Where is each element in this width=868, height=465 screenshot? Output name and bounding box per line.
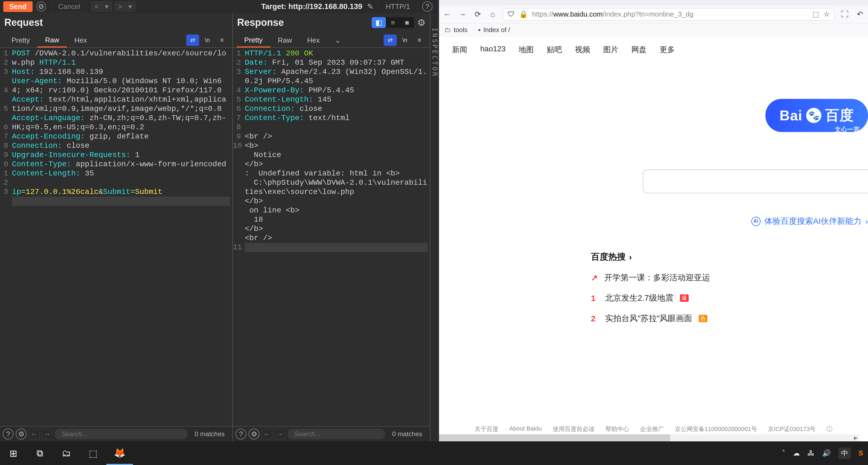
newline-toggle-icon[interactable]: \n <box>398 34 411 46</box>
hamburger-icon[interactable]: ≡ <box>215 34 228 46</box>
home-button[interactable]: ⌂ <box>488 10 498 19</box>
tab-raw[interactable]: Raw <box>270 33 300 47</box>
footer-terms[interactable]: 使用百度前必读 <box>553 425 594 433</box>
hot-item-top[interactable]: ↗开学第一课：多彩活动迎亚运 <box>591 272 710 283</box>
response-editor[interactable]: 1 2 3 4 5 6 7 8 9 10 11 HTTP/1.1 200 OK … <box>233 48 430 426</box>
response-source[interactable]: HTTP/1.1 200 OK Date: Fri, 01 Sep 2023 0… <box>243 48 430 426</box>
burp-toolbar: Send ⚙ Cancel < ▾ > ▾ Target: http://192… <box>0 0 439 13</box>
start-button[interactable]: ⊞ <box>0 441 27 465</box>
inspector-label[interactable]: INSPECTOR <box>431 28 438 78</box>
footer-about-en[interactable]: About Baidu <box>509 425 542 433</box>
undo-icon[interactable]: ↶ <box>855 10 865 19</box>
address-bar[interactable]: 🛡 🔒 https://www.baidu.com/index.php?tn=m… <box>503 8 834 21</box>
scroll-right-button[interactable]: ▶ <box>854 435 858 441</box>
cancel-button[interactable]: Cancel <box>52 1 87 12</box>
firefox-button[interactable]: 🦊 <box>106 441 133 465</box>
volume-icon[interactable]: 🔊 <box>822 449 831 457</box>
baidu-nav: 新闻 hao123 地图 贴吧 视频 图片 网盘 更多 <box>439 45 868 55</box>
store-button[interactable]: ⬚ <box>80 441 106 465</box>
response-search-input[interactable] <box>288 429 385 439</box>
newline-toggle-icon[interactable]: \n <box>201 34 214 46</box>
wrap-toggle-icon[interactable]: ⇄ <box>186 34 199 46</box>
lock-icon[interactable]: 🔒 <box>519 10 528 19</box>
bookmark-star-icon[interactable]: ☆ <box>824 10 830 19</box>
forward-button[interactable]: → <box>458 10 467 19</box>
qr-icon[interactable]: ⬚ <box>812 10 819 19</box>
bookmark-indexof[interactable]: ▪Index of / <box>478 26 510 34</box>
help-icon[interactable]: ? <box>236 429 246 439</box>
scrollbar-thumb[interactable] <box>439 434 670 441</box>
gear-icon[interactable]: ⚙ <box>249 429 259 439</box>
bookmark-tools[interactable]: 🗀tools <box>444 26 467 34</box>
tray-expand-icon[interactable]: ˄ <box>782 449 785 457</box>
wrap-toggle-icon[interactable]: ⇄ <box>384 34 397 46</box>
search-next-button[interactable]: → <box>42 429 53 439</box>
send-button[interactable]: Send <box>3 1 33 12</box>
request-search-input[interactable] <box>55 429 187 439</box>
onedrive-icon[interactable]: ☁ <box>793 449 800 457</box>
history-back-dropdown[interactable]: ▾ <box>102 2 112 11</box>
footer-biz[interactable]: 企业推广 <box>640 425 664 433</box>
layout-split-icon[interactable]: ◧ <box>372 17 386 28</box>
pencil-icon[interactable]: ✎ <box>367 2 373 11</box>
nav-map[interactable]: 地图 <box>519 45 534 55</box>
ai-promo-link[interactable]: Ai 体验百度搜索AI伙伴新能力 › <box>751 216 868 227</box>
gear-icon[interactable]: ⚙ <box>417 17 426 28</box>
back-button[interactable]: ← <box>442 10 452 19</box>
request-source[interactable]: POST /DVWA-2.0.1/vulnerabilities/exec/so… <box>10 48 232 426</box>
response-search-bar: ? ⚙ ← → 0 matches <box>233 426 430 441</box>
file-explorer-button[interactable]: 🗂 <box>53 441 80 465</box>
shield-icon[interactable]: 🛡 <box>508 10 515 19</box>
ime-indicator[interactable]: 中 <box>838 447 851 459</box>
reload-button[interactable]: ⟳ <box>473 10 483 19</box>
search-prev-button[interactable]: ← <box>29 429 40 439</box>
tab-hex[interactable]: Hex <box>67 33 94 47</box>
tab-hex[interactable]: Hex <box>300 33 327 47</box>
footer-psb[interactable]: 京公网安备11000002000001号 <box>675 425 757 433</box>
footer-icp[interactable]: 京ICP证030173号 <box>768 425 816 433</box>
layout-toggle[interactable]: ◧ ≡ ■ <box>372 17 414 28</box>
history-fwd-dropdown[interactable]: ▾ <box>125 2 135 11</box>
horizontal-scrollbar[interactable]: ▶ <box>439 434 859 441</box>
layout-single-icon[interactable]: ■ <box>400 17 414 28</box>
baidu-search-input[interactable] <box>643 170 868 194</box>
nav-image[interactable]: 图片 <box>603 45 618 55</box>
hamburger-icon[interactable]: ≡ <box>413 34 426 46</box>
nav-video[interactable]: 视频 <box>575 45 590 55</box>
help-icon[interactable]: ? <box>3 429 13 439</box>
history-fwd-button[interactable]: > <box>115 2 125 11</box>
search-prev-button[interactable]: ← <box>261 429 272 439</box>
sogou-icon[interactable]: S <box>859 449 863 457</box>
request-editor[interactable]: 1 2 3 4 5 6 7 8 9 0 1 2 3 POST /DVWA-2.0… <box>0 48 232 426</box>
nav-more[interactable]: 更多 <box>660 45 675 55</box>
extension-icon[interactable]: ⛶ <box>840 10 849 19</box>
footer-about[interactable]: 关于百度 <box>474 425 498 433</box>
nav-hao123[interactable]: hao123 <box>480 45 505 55</box>
tab-pretty[interactable]: Pretty <box>4 33 37 47</box>
nav-news[interactable]: 新闻 <box>452 45 467 55</box>
hot-item-2[interactable]: 2实拍台风"苏拉"风眼画面热 <box>591 313 710 324</box>
layout-stack-icon[interactable]: ≡ <box>386 17 400 28</box>
info-icon[interactable]: ⓘ <box>827 425 833 433</box>
task-view-button[interactable]: ⧉ <box>27 441 53 465</box>
search-next-button[interactable]: → <box>275 429 285 439</box>
tab-pretty[interactable]: Pretty <box>237 33 270 48</box>
logo-subtitle: 文心一言 <box>835 125 860 134</box>
baidu-logo[interactable]: Bai 🐾 百度 文心一言 <box>766 99 868 132</box>
nav-pan[interactable]: 网盘 <box>631 45 647 55</box>
tab-strip[interactable] <box>439 0 868 5</box>
tab-more-button[interactable]: ⌄ <box>327 33 348 47</box>
gear-icon[interactable]: ⚙ <box>16 429 27 439</box>
footer-help[interactable]: 帮助中心 <box>606 425 629 433</box>
baidu-footer: 关于百度 About Baidu 使用百度前必读 帮助中心 企业推广 京公网安备… <box>439 425 868 433</box>
protocol-label[interactable]: HTTP/1 <box>378 2 417 11</box>
history-back-button[interactable]: < <box>91 2 102 11</box>
nav-tieba[interactable]: 贴吧 <box>547 45 562 55</box>
hot-item-1[interactable]: 1北京发生2.7级地震爆 <box>591 293 710 304</box>
gear-icon[interactable]: ⚙ <box>36 2 46 11</box>
hot-title[interactable]: 百度热搜› <box>591 251 710 263</box>
badge-re: 热 <box>699 315 707 322</box>
network-icon[interactable]: 🖧 <box>807 449 814 457</box>
help-icon[interactable]: ? <box>422 1 433 12</box>
tab-raw[interactable]: Raw <box>37 33 67 48</box>
